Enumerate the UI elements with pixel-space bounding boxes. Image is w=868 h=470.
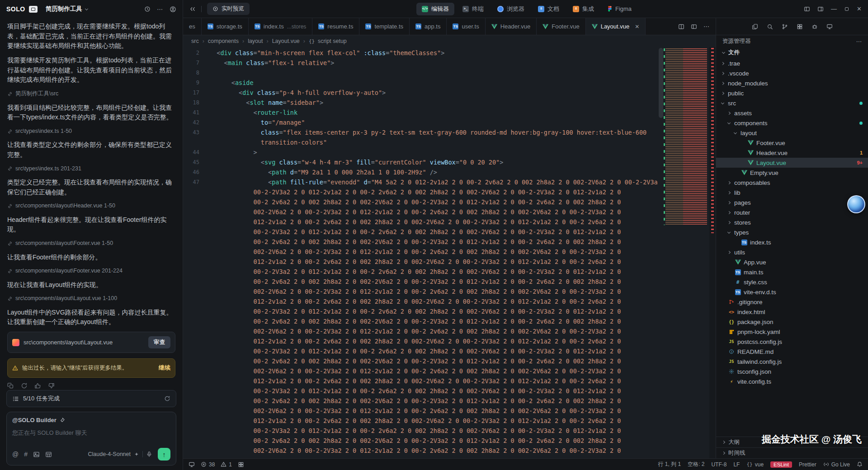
minimize-button[interactable]: — — [831, 5, 837, 12]
status-warnt[interactable]: 1 — [221, 461, 232, 468]
tree-item-vite.config.ts[interactable]: ⚡vite.config.ts — [716, 376, 868, 386]
tree-item-Empty.vue[interactable]: Empty.vue — [716, 168, 868, 178]
tree-item-Footer.vue[interactable]: Footer.vue — [716, 138, 868, 148]
editor-tab-template.ts[interactable]: TStemplate.ts — [359, 18, 410, 35]
editor-tab-app.ts[interactable]: TSapp.ts — [410, 18, 447, 35]
tree-item-index.ts[interactable]: TSindex.ts — [716, 237, 868, 247]
tree-item-pages[interactable]: pages — [716, 197, 868, 207]
toggle-left-panel-icon[interactable] — [804, 6, 810, 12]
status-utf-8[interactable]: UTF-8 — [711, 461, 726, 468]
tree-item-main.ts[interactable]: TSmain.ts — [716, 267, 868, 277]
tree-item-stores[interactable]: stores — [716, 217, 868, 227]
extensions-icon[interactable] — [797, 24, 803, 30]
project-title[interactable]: 简历制作工具 — [46, 5, 88, 13]
editor-tab-storage.ts[interactable]: TSstorage.ts — [202, 18, 249, 35]
tree-item-tailwind.config.js[interactable]: JStailwind.config.js — [716, 357, 868, 367]
code-editor[interactable]: 2 <div class="min-h-screen flex flex-col… — [183, 47, 716, 458]
tree-item-.gitignore[interactable]: .gitignore — [716, 297, 868, 307]
task-progress-bar[interactable]: 5/10 任务完成 — [6, 390, 176, 407]
explorer-more-icon[interactable]: ⋯ — [856, 38, 862, 45]
continue-button[interactable]: 继续 — [159, 363, 170, 372]
account-icon[interactable] — [170, 6, 176, 13]
thumbs-down-icon[interactable] — [48, 382, 55, 389]
file-reference-chip[interactable]: 简历制作工具\src — [7, 89, 175, 98]
editor-tab-Footer.vue[interactable]: Footer.vue — [537, 18, 585, 35]
tree-item-vite-env.d.ts[interactable]: TSvite-env.d.ts — [716, 287, 868, 297]
model-selector[interactable]: Claude-4-Sonnet — [88, 451, 152, 457]
tree-item-lib[interactable]: lib — [716, 188, 868, 197]
editor-tab-index.ts[interactable]: TSindex.ts...stores — [249, 18, 313, 35]
editor-scrollbar[interactable] — [659, 48, 663, 118]
tree-item-README.md[interactable]: README.md — [716, 347, 868, 357]
status-vue[interactable]: {}vue — [746, 461, 764, 468]
refresh-icon[interactable] — [164, 395, 170, 402]
status--2[interactable]: 空格: 2 — [688, 461, 704, 468]
toggle-right-panel-icon[interactable] — [817, 6, 824, 12]
source-control-icon[interactable] — [782, 24, 788, 30]
files-icon[interactable] — [752, 24, 758, 30]
tree-item-App.vue[interactable]: App.vue — [716, 257, 868, 267]
workspace-tab-editor[interactable]: </>编辑器 — [416, 3, 454, 15]
files-section-header[interactable]: 文件 — [716, 47, 868, 58]
tree-item-index.html[interactable]: <>index.html — [716, 307, 868, 317]
breadcrumb-item[interactable]: Layout.vue — [272, 38, 300, 44]
file-reference-chip[interactable]: src\components\layout\Footer.vue 201-224 — [7, 267, 175, 275]
regenerate-icon[interactable] — [21, 382, 28, 389]
tree-item-Header.vue[interactable]: Header.vue1 — [716, 148, 868, 158]
close-button[interactable]: ✕ — [857, 5, 862, 12]
assistant-floating-button[interactable] — [847, 195, 865, 213]
tree-item-node_modules[interactable]: node_modules — [716, 78, 868, 88]
review-button[interactable]: 审查 — [148, 336, 170, 348]
tree-item-public[interactable]: public — [716, 88, 868, 98]
workspace-tab-figma[interactable]: Figma — [602, 3, 637, 15]
breadcrumb-item[interactable]: components — [208, 38, 239, 44]
tree-item-Layout.vue[interactable]: Layout.vue9+ — [716, 158, 868, 168]
tree-item-style.css[interactable]: #style.css — [716, 277, 868, 287]
search-icon[interactable] — [767, 24, 773, 30]
tree-item-.vscode[interactable]: .vscode — [716, 68, 868, 78]
workspace-tab-integration[interactable]: ≡集成 — [567, 3, 599, 15]
image-attach-icon[interactable] — [33, 451, 40, 458]
split-editor-icon[interactable] — [678, 24, 684, 30]
maximize-button[interactable] — [844, 6, 849, 12]
tree-item-tsconfig.json[interactable]: tsconfig.json — [716, 367, 868, 376]
status--1-1[interactable]: 行 1, 列 1 — [658, 461, 681, 468]
status-prettier[interactable]: Prettier — [799, 461, 816, 468]
mic-icon[interactable] — [146, 451, 152, 457]
close-tab-icon[interactable]: ✕ — [635, 24, 639, 30]
live-preview-button[interactable]: 实时预览 — [207, 3, 250, 15]
tree-item-pnpm-lock.yaml[interactable]: pnpm-lock.yaml — [716, 327, 868, 337]
tree-item-package.json[interactable]: {}package.json — [716, 317, 868, 327]
collapse-panel-icon[interactable] — [189, 6, 196, 12]
status-grid[interactable] — [238, 461, 244, 468]
status-lf[interactable]: LF — [733, 461, 740, 468]
context-grid-icon[interactable] — [45, 451, 52, 458]
editor-tab-es[interactable]: es — [183, 18, 202, 35]
status-bell[interactable] — [857, 461, 863, 467]
editor-more-icon[interactable]: ⋯ — [703, 23, 709, 30]
workspace-tab-terminal[interactable]: >_终端 — [457, 3, 489, 15]
tree-item-src[interactable]: src — [716, 98, 868, 108]
file-reference-chip[interactable]: src\types\index.ts 1-50 — [7, 127, 175, 136]
editor-tab-user.ts[interactable]: TSuser.ts — [447, 18, 485, 35]
breadcrumb-item[interactable]: {} script setup — [309, 38, 347, 44]
hash-icon[interactable]: # — [24, 451, 28, 458]
file-reference-chip[interactable]: src\components\layout\Header.vue 1-50 — [7, 202, 175, 210]
tree-item-postcss.config.js[interactable]: JSpostcss.config.js — [716, 337, 868, 347]
editor-layout-icon[interactable] — [691, 24, 697, 30]
timeline-section[interactable]: 时间线 — [716, 447, 868, 458]
tree-item-.trae[interactable]: .trae — [716, 58, 868, 68]
tree-item-utils[interactable]: utils — [716, 247, 868, 257]
workspace-tab-docs[interactable]: ≡文档 — [533, 3, 565, 15]
status-eslint[interactable]: ESLint — [770, 461, 792, 468]
file-reference-chip[interactable]: src\components\layout\Layout.vue 1-100 — [7, 294, 175, 303]
send-button[interactable]: ↑ — [158, 448, 170, 461]
edited-file-card[interactable]: src\components\layout\Layout.vue审查 — [7, 332, 175, 353]
editor-tab-Header.vue[interactable]: Header.vue — [486, 18, 537, 35]
tree-item-components[interactable]: components — [716, 118, 868, 128]
breadcrumb-item[interactable]: src — [191, 38, 199, 44]
thumbs-up-icon[interactable] — [34, 382, 41, 389]
history-icon[interactable] — [144, 6, 151, 12]
editor-tab-Layout.vue[interactable]: Layout.vue✕ — [586, 18, 646, 35]
copy-icon[interactable] — [7, 382, 14, 389]
